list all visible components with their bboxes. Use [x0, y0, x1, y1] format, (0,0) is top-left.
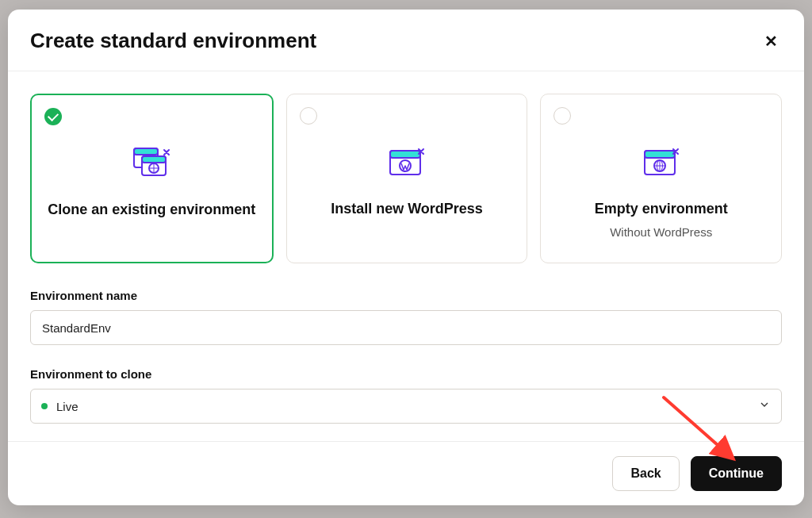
back-button-label: Back	[630, 466, 661, 481]
environment-type-options: Clone an existing environment Install ne…	[30, 94, 782, 263]
option-title: Clone an existing environment	[46, 201, 258, 218]
option-clone-existing[interactable]: Clone an existing environment	[30, 94, 274, 263]
svg-rect-1	[134, 148, 158, 155]
option-title: Empty environment	[555, 201, 767, 217]
environment-name-label: Environment name	[30, 289, 782, 302]
empty-environment-icon	[555, 144, 767, 183]
close-icon: ✕	[764, 32, 778, 51]
close-button[interactable]: ✕	[760, 30, 782, 52]
modal-footer: Back Continue	[8, 441, 804, 505]
continue-button[interactable]: Continue	[691, 456, 782, 491]
chevron-down-icon	[758, 398, 771, 414]
environment-clone-block: Environment to clone Live	[30, 367, 782, 424]
create-environment-modal: Create standard environment ✕	[8, 10, 804, 505]
status-dot-icon	[41, 403, 48, 409]
radio-selected-icon	[44, 108, 62, 125]
environment-clone-select[interactable]: Live	[30, 389, 782, 424]
wordpress-icon	[301, 144, 513, 183]
option-empty-environment[interactable]: Empty environment Without WordPress	[540, 94, 782, 263]
svg-rect-11	[645, 151, 675, 158]
clone-icon	[46, 144, 258, 184]
modal-body: Clone an existing environment Install ne…	[8, 71, 804, 441]
option-title: Install new WordPress	[301, 201, 513, 217]
modal-header: Create standard environment ✕	[8, 10, 804, 71]
option-install-wordpress[interactable]: Install new WordPress	[286, 94, 528, 263]
continue-button-label: Continue	[709, 466, 764, 481]
svg-rect-3	[142, 156, 166, 163]
select-value: Live	[56, 400, 79, 413]
modal-title: Create standard environment	[30, 29, 316, 53]
svg-rect-8	[390, 151, 420, 158]
environment-name-input[interactable]	[30, 310, 782, 345]
radio-unselected-icon	[553, 107, 571, 125]
radio-unselected-icon	[300, 107, 317, 125]
environment-clone-label: Environment to clone	[30, 367, 782, 381]
back-button[interactable]: Back	[612, 456, 679, 491]
option-subtitle: Without WordPress	[555, 225, 767, 239]
environment-name-block: Environment name	[30, 289, 782, 345]
